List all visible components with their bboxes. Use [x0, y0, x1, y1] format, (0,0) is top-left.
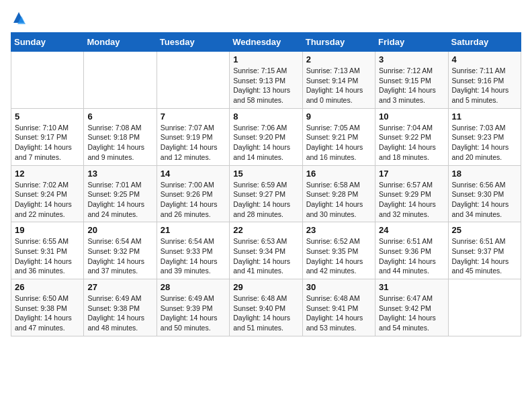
day-number: 9	[306, 111, 371, 122]
day-info: Sunrise: 6:54 AMSunset: 9:32 PMDaylight:…	[87, 236, 152, 276]
calendar-cell: 24Sunrise: 6:51 AMSunset: 9:36 PMDayligh…	[375, 222, 448, 279]
day-info: Sunrise: 7:15 AMSunset: 9:13 PMDaylight:…	[233, 66, 298, 105]
week-row-4: 19Sunrise: 6:55 AMSunset: 9:31 PMDayligh…	[11, 222, 521, 279]
day-info: Sunrise: 7:00 AMSunset: 9:26 PMDaylight:…	[161, 180, 226, 220]
day-number: 27	[87, 282, 152, 292]
calendar-cell: 23Sunrise: 6:52 AMSunset: 9:35 PMDayligh…	[302, 222, 375, 279]
calendar-cell: 2Sunrise: 7:13 AMSunset: 9:14 PMDaylight…	[302, 52, 375, 109]
day-info: Sunrise: 7:01 AMSunset: 9:25 PMDaylight:…	[87, 180, 152, 220]
calendar-cell: 27Sunrise: 6:49 AMSunset: 9:38 PMDayligh…	[84, 279, 157, 336]
day-number: 14	[161, 169, 226, 179]
week-row-2: 5Sunrise: 7:10 AMSunset: 9:17 PMDaylight…	[11, 108, 521, 165]
week-row-5: 26Sunrise: 6:50 AMSunset: 9:38 PMDayligh…	[11, 279, 521, 336]
calendar-cell: 16Sunrise: 6:58 AMSunset: 9:28 PMDayligh…	[302, 165, 375, 222]
calendar-cell: 7Sunrise: 7:07 AMSunset: 9:19 PMDaylight…	[157, 108, 229, 165]
day-number: 1	[233, 54, 298, 64]
calendar-cell: 25Sunrise: 6:51 AMSunset: 9:37 PMDayligh…	[448, 222, 521, 279]
day-number: 8	[233, 111, 298, 122]
calendar-cell: 11Sunrise: 7:03 AMSunset: 9:23 PMDayligh…	[448, 108, 521, 165]
calendar-cell: 14Sunrise: 7:00 AMSunset: 9:26 PMDayligh…	[157, 165, 229, 222]
day-info: Sunrise: 6:50 AMSunset: 9:38 PMDaylight:…	[15, 293, 80, 333]
day-number: 6	[87, 111, 152, 122]
calendar-cell: 8Sunrise: 7:06 AMSunset: 9:20 PMDaylight…	[230, 108, 302, 165]
day-number: 30	[306, 282, 371, 292]
calendar-cell: 1Sunrise: 7:15 AMSunset: 9:13 PMDaylight…	[230, 52, 302, 109]
day-info: Sunrise: 6:54 AMSunset: 9:33 PMDaylight:…	[161, 236, 226, 276]
day-number: 10	[379, 111, 444, 122]
day-info: Sunrise: 6:59 AMSunset: 9:27 PMDaylight:…	[233, 180, 298, 220]
logo-icon	[11, 11, 27, 27]
day-number: 11	[452, 111, 517, 122]
day-info: Sunrise: 7:12 AMSunset: 9:15 PMDaylight:…	[379, 66, 444, 105]
calendar-cell: 20Sunrise: 6:54 AMSunset: 9:32 PMDayligh…	[84, 222, 157, 279]
calendar-cell: 29Sunrise: 6:48 AMSunset: 9:40 PMDayligh…	[230, 279, 302, 336]
calendar-cell	[448, 279, 521, 336]
day-info: Sunrise: 6:58 AMSunset: 9:28 PMDaylight:…	[306, 180, 371, 220]
day-number: 4	[452, 54, 517, 64]
day-info: Sunrise: 7:13 AMSunset: 9:14 PMDaylight:…	[306, 66, 371, 105]
weekday-header-saturday: Saturday	[448, 33, 521, 52]
day-info: Sunrise: 7:08 AMSunset: 9:18 PMDaylight:…	[87, 123, 152, 163]
calendar-cell: 4Sunrise: 7:11 AMSunset: 9:16 PMDaylight…	[448, 52, 521, 109]
calendar-cell: 30Sunrise: 6:48 AMSunset: 9:41 PMDayligh…	[302, 279, 375, 336]
calendar-cell: 5Sunrise: 7:10 AMSunset: 9:17 PMDaylight…	[11, 108, 84, 165]
day-number: 5	[15, 111, 80, 122]
calendar-table: SundayMondayTuesdayWednesdayThursdayFrid…	[11, 32, 521, 336]
day-number: 3	[379, 54, 444, 64]
day-number: 17	[379, 169, 444, 179]
day-number: 29	[233, 282, 298, 292]
day-info: Sunrise: 6:51 AMSunset: 9:36 PMDaylight:…	[379, 236, 444, 276]
day-info: Sunrise: 6:47 AMSunset: 9:42 PMDaylight:…	[379, 293, 444, 333]
header	[11, 11, 521, 27]
calendar-cell	[11, 52, 84, 109]
day-number: 23	[306, 225, 371, 235]
day-info: Sunrise: 7:07 AMSunset: 9:19 PMDaylight:…	[161, 123, 226, 163]
weekday-header-monday: Monday	[84, 33, 157, 52]
calendar-cell: 9Sunrise: 7:05 AMSunset: 9:21 PMDaylight…	[302, 108, 375, 165]
day-number: 21	[161, 225, 226, 235]
day-info: Sunrise: 7:04 AMSunset: 9:22 PMDaylight:…	[379, 123, 444, 163]
day-info: Sunrise: 6:56 AMSunset: 9:30 PMDaylight:…	[452, 180, 517, 220]
day-info: Sunrise: 6:55 AMSunset: 9:31 PMDaylight:…	[15, 236, 80, 276]
day-info: Sunrise: 7:03 AMSunset: 9:23 PMDaylight:…	[452, 123, 517, 163]
day-info: Sunrise: 7:06 AMSunset: 9:20 PMDaylight:…	[233, 123, 298, 163]
calendar-cell: 19Sunrise: 6:55 AMSunset: 9:31 PMDayligh…	[11, 222, 84, 279]
day-number: 18	[452, 169, 517, 179]
day-info: Sunrise: 6:48 AMSunset: 9:40 PMDaylight:…	[233, 293, 298, 333]
weekday-header-friday: Friday	[375, 33, 448, 52]
week-row-1: 1Sunrise: 7:15 AMSunset: 9:13 PMDaylight…	[11, 52, 521, 109]
calendar-cell: 22Sunrise: 6:53 AMSunset: 9:34 PMDayligh…	[230, 222, 302, 279]
calendar-cell: 28Sunrise: 6:49 AMSunset: 9:39 PMDayligh…	[157, 279, 229, 336]
day-info: Sunrise: 6:49 AMSunset: 9:39 PMDaylight:…	[161, 293, 226, 333]
day-info: Sunrise: 6:57 AMSunset: 9:29 PMDaylight:…	[379, 180, 444, 220]
day-info: Sunrise: 7:11 AMSunset: 9:16 PMDaylight:…	[452, 66, 517, 105]
day-number: 15	[233, 169, 298, 179]
weekday-header-wednesday: Wednesday	[230, 33, 302, 52]
day-number: 20	[87, 225, 152, 235]
weekday-header-tuesday: Tuesday	[157, 33, 229, 52]
day-number: 26	[15, 282, 80, 292]
calendar-cell: 26Sunrise: 6:50 AMSunset: 9:38 PMDayligh…	[11, 279, 84, 336]
calendar-cell: 10Sunrise: 7:04 AMSunset: 9:22 PMDayligh…	[375, 108, 448, 165]
day-info: Sunrise: 6:52 AMSunset: 9:35 PMDaylight:…	[306, 236, 371, 276]
weekday-header-row: SundayMondayTuesdayWednesdayThursdayFrid…	[11, 33, 521, 52]
day-info: Sunrise: 6:48 AMSunset: 9:41 PMDaylight:…	[306, 293, 371, 333]
calendar-cell: 21Sunrise: 6:54 AMSunset: 9:33 PMDayligh…	[157, 222, 229, 279]
weekday-header-sunday: Sunday	[11, 33, 84, 52]
day-number: 22	[233, 225, 298, 235]
calendar-cell: 3Sunrise: 7:12 AMSunset: 9:15 PMDaylight…	[375, 52, 448, 109]
day-number: 12	[15, 169, 80, 179]
day-number: 28	[161, 282, 226, 292]
day-info: Sunrise: 6:49 AMSunset: 9:38 PMDaylight:…	[87, 293, 152, 333]
day-number: 25	[452, 225, 517, 235]
day-number: 13	[87, 169, 152, 179]
day-number: 2	[306, 54, 371, 64]
calendar-cell: 18Sunrise: 6:56 AMSunset: 9:30 PMDayligh…	[448, 165, 521, 222]
calendar-cell: 6Sunrise: 7:08 AMSunset: 9:18 PMDaylight…	[84, 108, 157, 165]
logo	[11, 11, 30, 27]
day-number: 19	[15, 225, 80, 235]
day-number: 16	[306, 169, 371, 179]
day-number: 31	[379, 282, 444, 292]
day-info: Sunrise: 7:02 AMSunset: 9:24 PMDaylight:…	[15, 180, 80, 220]
calendar-cell: 15Sunrise: 6:59 AMSunset: 9:27 PMDayligh…	[230, 165, 302, 222]
